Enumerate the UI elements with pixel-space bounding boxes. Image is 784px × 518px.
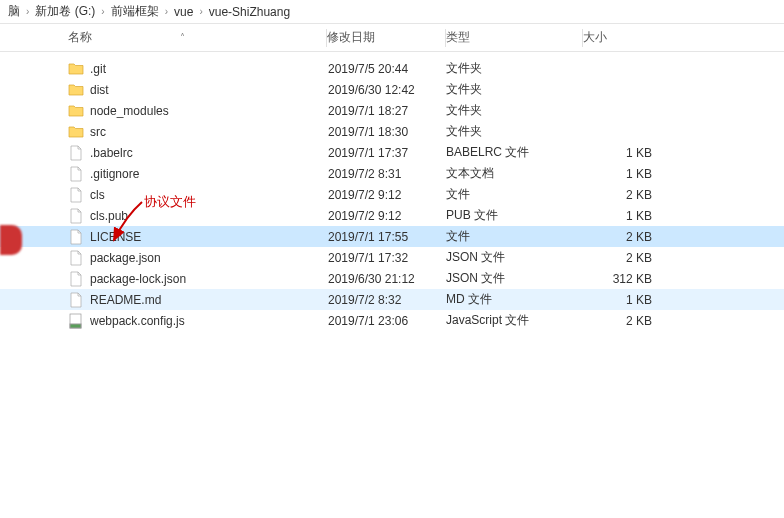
file-type: PUB 文件 — [446, 207, 582, 224]
file-type: MD 文件 — [446, 291, 582, 308]
breadcrumb-part[interactable]: 前端框架 — [111, 3, 159, 20]
file-name: package-lock.json — [90, 272, 328, 286]
file-name: src — [90, 125, 328, 139]
chevron-right-icon: › — [26, 6, 29, 17]
file-type: 文本文档 — [446, 165, 582, 182]
file-type: JSON 文件 — [446, 249, 582, 266]
file-date: 2019/7/2 9:12 — [328, 188, 446, 202]
file-row[interactable]: cls.pub2019/7/2 9:12PUB 文件1 KB — [0, 205, 784, 226]
file-size: 2 KB — [582, 314, 672, 328]
file-name: node_modules — [90, 104, 328, 118]
file-date: 2019/7/5 20:44 — [328, 62, 446, 76]
file-row[interactable]: dist2019/6/30 12:42文件夹 — [0, 79, 784, 100]
file-row[interactable]: .babelrc2019/7/1 17:37BABELRC 文件1 KB — [0, 142, 784, 163]
file-row[interactable]: webpack.config.js2019/7/1 23:06JavaScrip… — [0, 310, 784, 331]
folder-icon — [68, 82, 84, 98]
breadcrumb-part[interactable]: vue — [174, 5, 193, 19]
file-icon — [68, 166, 84, 182]
file-date: 2019/6/30 21:12 — [328, 272, 446, 286]
file-type: 文件夹 — [446, 123, 582, 140]
breadcrumb-part[interactable]: 脑 — [8, 3, 20, 20]
file-name: .gitignore — [90, 167, 328, 181]
file-name: .babelrc — [90, 146, 328, 160]
file-row[interactable]: src2019/7/1 18:30文件夹 — [0, 121, 784, 142]
chevron-right-icon: › — [199, 6, 202, 17]
file-row[interactable]: .git2019/7/5 20:44文件夹 — [0, 58, 784, 79]
file-icon — [68, 187, 84, 203]
file-icon — [68, 145, 84, 161]
file-type: 文件夹 — [446, 81, 582, 98]
file-type: JavaScript 文件 — [446, 312, 582, 329]
file-type: 文件夹 — [446, 102, 582, 119]
file-type: BABELRC 文件 — [446, 144, 582, 161]
file-size: 1 KB — [582, 167, 672, 181]
svg-rect-1 — [70, 324, 81, 328]
file-list: .git2019/7/5 20:44文件夹dist2019/6/30 12:42… — [0, 52, 784, 331]
folder-icon — [68, 103, 84, 119]
file-date: 2019/7/1 17:55 — [328, 230, 446, 244]
file-type: 文件 — [446, 228, 582, 245]
file-type: 文件夹 — [446, 60, 582, 77]
file-icon — [68, 229, 84, 245]
breadcrumb-part[interactable]: 新加卷 (G:) — [35, 3, 95, 20]
file-date: 2019/7/1 18:30 — [328, 125, 446, 139]
file-date: 2019/6/30 12:42 — [328, 83, 446, 97]
column-header-name[interactable]: 名称 — [68, 29, 326, 46]
file-row[interactable]: package-lock.json2019/6/30 21:12JSON 文件3… — [0, 268, 784, 289]
file-size: 2 KB — [582, 188, 672, 202]
file-icon — [68, 250, 84, 266]
sort-indicator-icon: ˄ — [180, 32, 185, 43]
file-row[interactable]: cls2019/7/2 9:12文件2 KB — [0, 184, 784, 205]
chevron-right-icon: › — [101, 6, 104, 17]
file-name: package.json — [90, 251, 328, 265]
file-date: 2019/7/2 8:32 — [328, 293, 446, 307]
file-name: .git — [90, 62, 328, 76]
file-name: README.md — [90, 293, 328, 307]
breadcrumb[interactable]: 脑 › 新加卷 (G:) › 前端框架 › vue › vue-ShiZhuan… — [0, 0, 784, 24]
file-row[interactable]: LICENSE2019/7/1 17:55文件2 KB — [0, 226, 784, 247]
file-size: 1 KB — [582, 146, 672, 160]
file-type: 文件 — [446, 186, 582, 203]
file-date: 2019/7/1 18:27 — [328, 104, 446, 118]
file-type: JSON 文件 — [446, 270, 582, 287]
file-icon — [68, 292, 84, 308]
file-date: 2019/7/1 17:37 — [328, 146, 446, 160]
file-date: 2019/7/2 9:12 — [328, 209, 446, 223]
column-header-size[interactable]: 大小 — [583, 29, 673, 46]
file-row[interactable]: .gitignore2019/7/2 8:31文本文档1 KB — [0, 163, 784, 184]
file-size: 1 KB — [582, 293, 672, 307]
folder-icon — [68, 124, 84, 140]
file-name: LICENSE — [90, 230, 328, 244]
file-row[interactable]: package.json2019/7/1 17:32JSON 文件2 KB — [0, 247, 784, 268]
file-name: webpack.config.js — [90, 314, 328, 328]
file-size: 2 KB — [582, 251, 672, 265]
breadcrumb-part[interactable]: vue-ShiZhuang — [209, 5, 290, 19]
file-row[interactable]: README.md2019/7/2 8:32MD 文件1 KB — [0, 289, 784, 310]
chevron-right-icon: › — [165, 6, 168, 17]
file-date: 2019/7/1 23:06 — [328, 314, 446, 328]
column-headers: ˄ 名称 修改日期 类型 大小 — [0, 24, 784, 52]
folder-icon — [68, 61, 84, 77]
file-date: 2019/7/2 8:31 — [328, 167, 446, 181]
file-icon — [68, 271, 84, 287]
file-name: dist — [90, 83, 328, 97]
file-name: cls — [90, 188, 328, 202]
decorative-blob — [0, 225, 22, 255]
js-icon — [68, 313, 84, 329]
column-header-date[interactable]: 修改日期 — [327, 29, 445, 46]
file-size: 2 KB — [582, 230, 672, 244]
file-icon — [68, 208, 84, 224]
file-size: 312 KB — [582, 272, 672, 286]
file-date: 2019/7/1 17:32 — [328, 251, 446, 265]
file-size: 1 KB — [582, 209, 672, 223]
file-name: cls.pub — [90, 209, 328, 223]
column-header-type[interactable]: 类型 — [446, 29, 582, 46]
file-row[interactable]: node_modules2019/7/1 18:27文件夹 — [0, 100, 784, 121]
